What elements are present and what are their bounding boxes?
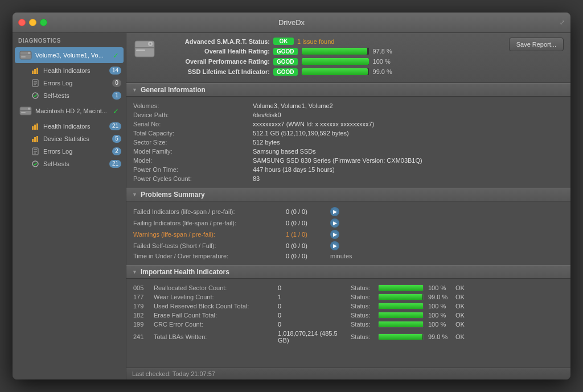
health-pct-3: 100 % [428, 312, 451, 319]
sidebar-item-self-tests-1[interactable]: Self-tests 1 [13, 89, 126, 102]
sidebar-item-health-indicators-2[interactable]: Health Indicators 21 [13, 120, 126, 133]
problem-arrow-3[interactable]: ▶ [330, 241, 339, 250]
health-bar-5 [378, 333, 424, 340]
svg-rect-6 [36, 68, 38, 74]
perf-status-row: Overall Performance Rating: GOOD 100 % [162, 57, 503, 65]
sidebar-badge-errors-2: 2 [112, 147, 121, 155]
health-ok-4: OK [455, 321, 465, 328]
info-key-serial: Serial No: [133, 121, 247, 127]
ssd-badge: GOOD [273, 68, 298, 76]
general-info-title: General Information [141, 86, 206, 94]
svg-rect-31 [136, 49, 145, 51]
health-row-5: 241 Total LBAs Written: 1,018,070,214 (4… [133, 329, 564, 345]
health-bar-2 [378, 303, 424, 310]
info-key-power-cycles: Power Cycles Count: [133, 175, 247, 182]
ssd-status-row: SSD Lifetime Left Indicator: GOOD 99.0 % [162, 68, 503, 76]
chart-icon-2 [31, 122, 40, 131]
info-row-power-on: Power On Time: 447 hours (18 days 15 hou… [133, 165, 564, 174]
svg-rect-17 [34, 125, 36, 130]
problem-unit-4: minutes [330, 253, 352, 259]
right-panel: Advanced S.M.A.R.T. Status: OK 1 issue f… [126, 33, 570, 379]
problem-row-2: Warnings (life-span / pre-fail): 1 (1 / … [133, 229, 564, 240]
info-key-capacity: Total Capacity: [133, 130, 247, 137]
sidebar-item-self-tests-2[interactable]: Self-tests 21 [13, 158, 126, 170]
problem-arrow-0[interactable]: ▶ [330, 207, 339, 216]
health-bar-fill-3 [379, 312, 423, 318]
health-row-1: 177 Wear Leveling Count: 1 Status: 99.0 … [133, 292, 564, 302]
info-val-serial: xxxxxxxxx7 (WWN Id: x xxxxxx xxxxxxxxx7) [253, 121, 374, 127]
save-report-button[interactable]: Save Report... [509, 38, 564, 51]
problem-arrow-2[interactable]: ▶ [330, 230, 339, 239]
health-val-0: 0 [278, 284, 346, 291]
problems-header: ▼ Problems Summary [126, 188, 570, 201]
health-pct-4: 100 % [428, 321, 451, 328]
window-title: DriveDx [278, 18, 305, 27]
sidebar-device-1[interactable]: Volume3, Volume1, Vo... ✓ [15, 47, 124, 63]
resize-icon[interactable]: ⤢ [560, 19, 565, 26]
info-row-path: Device Path: /dev/disk0 [133, 110, 564, 119]
health-pct-0: 100 % [428, 284, 451, 291]
health-num-4: 199 [133, 321, 149, 328]
health-num-1: 177 [133, 294, 149, 300]
problem-arrow-1[interactable]: ▶ [330, 218, 339, 228]
health-name-3: Erase Fail Count Total: [154, 312, 273, 319]
sidebar-item-self-label-1: Self-tests [43, 92, 112, 99]
sidebar-item-device-statistics[interactable]: Device Statistics 5 [13, 133, 126, 145]
self-icon-2 [31, 159, 40, 168]
health-bar-0 [378, 284, 424, 291]
health-pct-2: 100 % [428, 303, 451, 310]
sidebar-item-errors-log-2[interactable]: Errors Log 2 [13, 145, 126, 158]
sidebar-item-health-indicators-1[interactable]: Health Indicators 14 [13, 64, 126, 77]
titlebar: DriveDx ⤢ [13, 13, 570, 33]
sidebar-badge-health-1: 14 [109, 67, 121, 75]
health-status-label-2: Status: [351, 303, 373, 310]
info-key-family: Model Family: [133, 148, 247, 155]
log-icon-2 [31, 147, 40, 156]
info-val-volumes: Volume3, Volume1, Volume2 [253, 102, 333, 109]
ssd-label: SSD Lifetime Left Indicator: [162, 68, 270, 75]
minimize-button[interactable] [29, 19, 36, 26]
health-status-label-3: Status: [351, 312, 373, 319]
main-window: DriveDx ⤢ Diagnostics Volume3, Volume1, … [13, 13, 570, 379]
svg-rect-13 [20, 110, 31, 111]
sidebar-badge-device-stats: 5 [112, 135, 121, 143]
info-key-sector: Sector Size: [133, 139, 247, 146]
health-val-4: 0 [278, 321, 346, 328]
health-pct: 97.8 % [373, 48, 396, 55]
health-bar-3 [378, 312, 424, 319]
info-row-volumes: Volumes: Volume3, Volume1, Volume2 [133, 101, 564, 110]
triangle-icon-general: ▼ [132, 87, 137, 93]
info-val-power-on: 447 hours (18 days 15 hours) [253, 166, 335, 173]
sidebar: Diagnostics Volume3, Volume1, Vo... ✓ [13, 33, 126, 379]
health-row-2: 179 Used Reserved Block Count Total: 0 S… [133, 302, 564, 311]
triangle-icon-problems: ▼ [132, 192, 137, 197]
problem-row-4: Time in Under / Over temperature: 0 (0 /… [133, 251, 564, 261]
health-header: ▼ Important Health Indicators [126, 265, 570, 279]
sidebar-device-2[interactable]: Macintosh HD 2, Macint... ✓ [15, 103, 124, 119]
status-grid: Advanced S.M.A.R.T. Status: OK 1 issue f… [162, 38, 503, 78]
sidebar-item-device-stats-label: Device Statistics [43, 135, 112, 142]
health-val-5: 1,018,070,214 (485.5 GB) [278, 330, 346, 344]
health-bar-4 [378, 321, 424, 328]
health-pct-5: 99.0 % [428, 333, 451, 340]
health-row-0: 005 Reallocated Sector Count: 0 Status: … [133, 283, 564, 292]
problem-label-1: Failing Indicators (life-span / pre-fail… [133, 220, 281, 226]
close-button[interactable] [18, 19, 26, 26]
maximize-button[interactable] [40, 19, 47, 26]
problem-label-0: Failed Indicators (life-span / pre-fail)… [133, 208, 281, 215]
ssd-progress-fill [302, 68, 368, 75]
problem-label-3: Failed Self-tests (Short / Full): [133, 242, 281, 249]
info-val-capacity: 512.1 GB (512,110,190,592 bytes) [253, 130, 349, 137]
sidebar-item-self-label-2: Self-tests [43, 160, 109, 167]
smart-issue: 1 issue found [297, 38, 334, 45]
health-val-2: 0 [278, 303, 346, 310]
problems-grid: Failed Indicators (life-span / pre-fail)… [126, 201, 570, 265]
content-area: ▼ General Information Volumes: Volume3, … [126, 83, 570, 368]
svg-rect-1 [20, 55, 31, 55]
sidebar-item-errors-log-1[interactable]: Errors Log 0 [13, 77, 126, 89]
info-row-family: Model Family: Samsung based SSDs [133, 147, 564, 156]
health-status-label-1: Status: [351, 294, 373, 300]
self-icon-1 [31, 91, 40, 100]
health-name-1: Wear Leveling Count: [154, 294, 273, 300]
statusbar-text: Last checked: Today 21:07:57 [132, 370, 215, 377]
